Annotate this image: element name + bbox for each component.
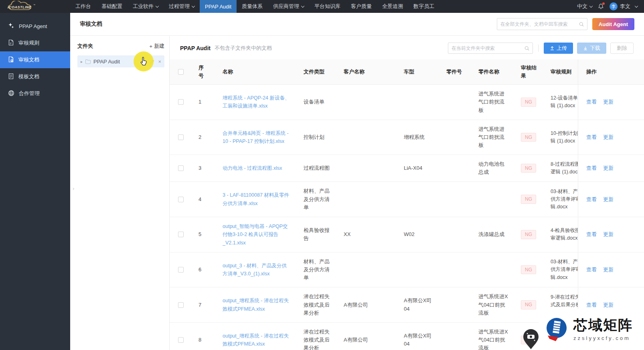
delete-button[interactable]: 删除 bbox=[610, 43, 634, 54]
view-link[interactable]: 查看 bbox=[586, 266, 597, 274]
nav-item[interactable]: PPAP Audit bbox=[200, 0, 237, 13]
sidebar-item-2[interactable]: 审核规则 bbox=[0, 35, 70, 51]
part-number bbox=[440, 97, 472, 107]
vehicle-model bbox=[397, 265, 440, 275]
sidebar-item-3[interactable]: 审核文档 bbox=[0, 51, 70, 68]
app-logo: iCOASTLINE ™ bbox=[0, 0, 70, 13]
table-row: 2 合并单元格&跨页 - 增程系统 - 10 - PPAP-17 控制计划.xl… bbox=[170, 120, 644, 155]
globe-icon bbox=[8, 90, 14, 98]
global-search-input[interactable] bbox=[500, 21, 579, 27]
user-menu[interactable]: 李 李文 bbox=[610, 2, 638, 10]
document-link[interactable]: output_智能与电器 - APQP交付物3-10-2 检具认可报告_V2.1… bbox=[223, 224, 288, 246]
col-index: 序号 bbox=[192, 59, 213, 84]
update-link[interactable]: 更新 bbox=[603, 195, 614, 203]
notifications-button[interactable] bbox=[598, 3, 604, 10]
download-button[interactable]: 下载 bbox=[577, 43, 606, 54]
new-folder-button[interactable]: + 新建 bbox=[149, 43, 164, 50]
col-file-type: 文件类型 bbox=[297, 63, 337, 80]
upload-button[interactable]: 上传 bbox=[544, 43, 573, 54]
col-actions: 操作 bbox=[578, 59, 644, 84]
row-checkbox[interactable] bbox=[178, 302, 184, 308]
folder-tree-item[interactable]: ▸ PPAP Audit + × bbox=[77, 55, 164, 67]
chevron-down-icon bbox=[192, 4, 195, 7]
delete-folder-icon[interactable]: × bbox=[158, 59, 161, 65]
cloud-logo-icon: iCOASTLINE ™ bbox=[4, 1, 51, 12]
vehicle-model: W02 bbox=[397, 225, 440, 244]
document-table-panel: PPAP Audit 不包含子文件夹中的文档 bbox=[170, 36, 644, 350]
part-name: 动力电池包总成 bbox=[472, 155, 514, 181]
nav-item[interactable]: 供应商管理 bbox=[268, 0, 309, 13]
vehicle-model bbox=[397, 97, 440, 107]
chevron-down-icon bbox=[635, 4, 638, 7]
update-link[interactable]: 更新 bbox=[603, 98, 614, 106]
watermark-title: 芯域矩阵 bbox=[573, 318, 633, 334]
file-type: 潜在过程失效模式及后果分析 bbox=[297, 323, 337, 350]
table-row: 4 3 - LAF-81100087 材料及零件分供方清单.xlsx 材料、产品… bbox=[170, 182, 644, 217]
audit-agent-button[interactable]: Audit Agent bbox=[592, 18, 634, 30]
avatar: 李 bbox=[610, 2, 618, 10]
nav-item[interactable]: 平台知识库 bbox=[309, 0, 346, 13]
tree-expand-icon[interactable]: ▸ bbox=[81, 59, 83, 64]
sidebar-item-5[interactable]: 合作管理 bbox=[0, 85, 70, 102]
view-link[interactable]: 查看 bbox=[586, 133, 597, 141]
view-link[interactable]: 查看 bbox=[586, 98, 597, 106]
nav-item[interactable]: 质量体系 bbox=[237, 0, 268, 13]
document-link[interactable]: 3 - LAF-81100087 材料及零件分供方清单.xlsx bbox=[223, 192, 289, 206]
row-index: 7 bbox=[192, 296, 213, 314]
result-badge: NG bbox=[521, 98, 536, 106]
language-label: 中文 bbox=[577, 3, 587, 10]
row-index: 2 bbox=[192, 128, 213, 147]
chevron-down-icon bbox=[589, 4, 593, 7]
document-link[interactable]: output_增程系统 - 潜在过程失效模式PFMEA.xlsx bbox=[223, 298, 289, 311]
row-checkbox[interactable] bbox=[178, 197, 184, 202]
table-row: 5 output_智能与电器 - APQP交付物3-10-2 检具认可报告_V2… bbox=[170, 217, 644, 252]
panel-collapse-icon[interactable]: › bbox=[73, 185, 74, 191]
view-link[interactable]: 查看 bbox=[586, 230, 597, 238]
nav-item[interactable]: 过程管理 bbox=[164, 0, 200, 13]
sidebar-item-label: 审核文档 bbox=[18, 56, 39, 63]
part-name bbox=[472, 265, 514, 275]
nav-item[interactable]: 客户质量 bbox=[346, 0, 377, 13]
current-folder-title: PPAP Audit bbox=[180, 45, 211, 51]
nav-item[interactable]: 工作台 bbox=[70, 0, 96, 13]
nav-item[interactable]: 数字员工 bbox=[408, 0, 439, 13]
document-link[interactable]: output_增程系统 - 潜在过程失效模式PFMEA.xlsx bbox=[223, 333, 289, 347]
map-pin-icon bbox=[522, 328, 540, 350]
audit-rule: 03-材料、产品及分供方清单评审逻辑.docx bbox=[551, 188, 578, 211]
row-checkbox[interactable] bbox=[178, 99, 184, 105]
document-link[interactable]: 合并单元格&跨页 - 增程系统 - 10 - PPAP-17 控制计划.xlsx bbox=[223, 130, 289, 144]
sidebar-item-1[interactable]: PPAP Agent bbox=[0, 18, 70, 35]
update-link[interactable]: 更新 bbox=[603, 133, 614, 141]
nav-item[interactable]: 全景追溯 bbox=[377, 0, 408, 13]
part-number bbox=[440, 335, 472, 345]
nav-item[interactable]: 基础配置 bbox=[96, 0, 128, 13]
customer-name: XX bbox=[337, 225, 397, 244]
row-checkbox[interactable] bbox=[178, 232, 184, 237]
part-number bbox=[440, 300, 472, 310]
language-selector[interactable]: 中文 bbox=[577, 3, 592, 10]
select-all-checkbox[interactable] bbox=[178, 69, 184, 75]
file-rule-icon bbox=[8, 39, 14, 47]
page-title: 审核文档 bbox=[80, 20, 102, 28]
row-checkbox[interactable] bbox=[178, 165, 184, 171]
row-checkbox[interactable] bbox=[178, 267, 184, 273]
update-link[interactable]: 更新 bbox=[603, 230, 614, 238]
sidebar-item-label: 审核规则 bbox=[18, 39, 39, 47]
folder-scope-note: 不包含子文件夹中的文档 bbox=[215, 45, 272, 52]
view-link[interactable]: 查看 bbox=[586, 301, 597, 309]
update-link[interactable]: 更新 bbox=[603, 266, 614, 274]
view-link[interactable]: 查看 bbox=[586, 195, 597, 203]
plus-icon: + bbox=[149, 43, 152, 49]
row-checkbox[interactable] bbox=[178, 337, 184, 343]
update-link[interactable]: 更新 bbox=[603, 164, 614, 172]
folder-search-input[interactable] bbox=[452, 45, 525, 51]
document-link[interactable]: 增程系统 - APQP-24 新设备、工装和设施清单.xlsx bbox=[223, 95, 290, 109]
row-checkbox[interactable] bbox=[178, 134, 184, 140]
view-link[interactable]: 查看 bbox=[586, 164, 597, 172]
document-link[interactable]: output_3 - 材料、产品及分供方清单_V3.0_(1).xlsx bbox=[223, 263, 287, 277]
update-link[interactable]: 更新 bbox=[603, 301, 614, 309]
download-icon bbox=[583, 46, 588, 51]
sidebar-item-4[interactable]: 模板文档 bbox=[0, 68, 70, 85]
document-link[interactable]: 动力电池 - 过程流程图.xlsx bbox=[223, 165, 282, 171]
nav-item[interactable]: 工业软件 bbox=[128, 0, 164, 13]
